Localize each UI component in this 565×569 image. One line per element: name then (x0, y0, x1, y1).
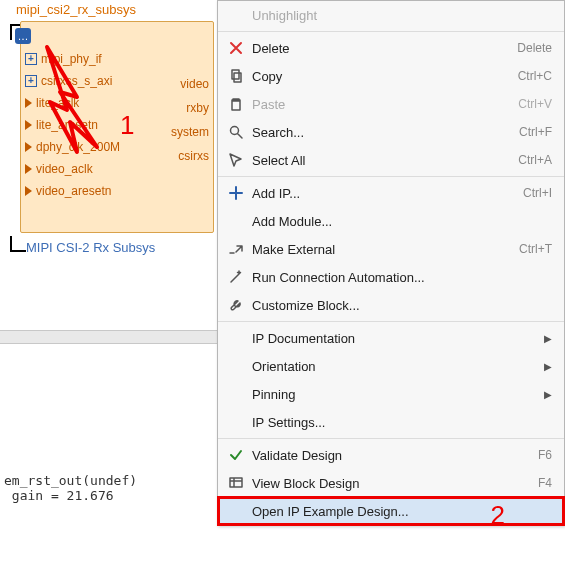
port-csirxs[interactable]: csirxs (171, 149, 209, 163)
menu-label: Paste (248, 97, 518, 112)
menu-item-unhighlight: Unhighlight (218, 1, 564, 29)
ext-icon (224, 241, 248, 257)
code-output: em_rst_out(undef) gain = 21.676 (4, 473, 137, 518)
menu-item-make-external[interactable]: Make ExternalCtrl+T (218, 235, 564, 263)
menu-item-validate-design[interactable]: Validate DesignF6 (218, 441, 564, 469)
menu-shortcut: Ctrl+C (518, 69, 552, 83)
expand-icon[interactable]: + (25, 75, 37, 87)
port-label: video_aclk (36, 162, 93, 176)
context-menu: UnhighlightDeleteDeleteCopyCtrl+CPasteCt… (217, 0, 565, 526)
menu-label: Add IP... (248, 186, 523, 201)
menu-label: Pinning (248, 387, 544, 402)
input-port-icon (25, 164, 32, 174)
menu-label: IP Documentation (248, 331, 544, 346)
menu-shortcut: Ctrl+T (519, 242, 552, 256)
port-video_aresetn[interactable]: video_aresetn (25, 184, 120, 198)
menu-item-orientation[interactable]: Orientation▶ (218, 352, 564, 380)
submenu-arrow-icon: ▶ (544, 361, 552, 372)
port-lite_aclk[interactable]: lite_aclk (25, 96, 120, 110)
input-port-icon (25, 142, 32, 152)
annotation-number-2: 2 (491, 500, 505, 531)
menu-item-customize-block[interactable]: Customize Block... (218, 291, 564, 319)
port-label: csirxss_s_axi (41, 74, 112, 88)
panel-divider[interactable] (0, 330, 218, 344)
search-icon (224, 124, 248, 140)
select-icon (224, 152, 248, 168)
port-csirxss_s_axi[interactable]: +csirxss_s_axi (25, 74, 120, 88)
menu-item-add-module[interactable]: Add Module... (218, 207, 564, 235)
check-icon (224, 447, 248, 463)
view-icon (224, 475, 248, 491)
paste-icon (224, 96, 248, 112)
menu-shortcut: Delete (517, 41, 552, 55)
submenu-arrow-icon: ▶ (544, 333, 552, 344)
menu-shortcut: F6 (538, 448, 552, 462)
port-label: video_aresetn (36, 184, 111, 198)
port-video_aclk[interactable]: video_aclk (25, 162, 120, 176)
menu-item-open-ip-example-design[interactable]: Open IP Example Design... (218, 497, 564, 525)
ip-block[interactable]: … +mipi_phy_if+csirxss_s_axilite_aclklit… (20, 21, 214, 233)
port-video[interactable]: video (171, 77, 209, 91)
selection-corner (10, 236, 26, 252)
port-dphy_clk_200M[interactable]: dphy_clk_200M (25, 140, 120, 154)
ip-block-area: mipi_csi2_rx_subsys … +mipi_phy_if+csirx… (8, 0, 218, 235)
port-mipi_phy_if[interactable]: +mipi_phy_if (25, 52, 120, 66)
menu-shortcut: Ctrl+A (518, 153, 552, 167)
menu-label: Select All (248, 153, 518, 168)
wrench-icon (224, 297, 248, 313)
menu-item-add-ip[interactable]: Add IP...Ctrl+I (218, 179, 564, 207)
input-port-icon (25, 98, 32, 108)
copy-icon (224, 68, 248, 84)
menu-label: Unhighlight (248, 8, 552, 23)
menu-separator (218, 31, 564, 32)
block-type-label: MIPI CSI-2 Rx Subsys (26, 240, 155, 255)
submenu-arrow-icon: ▶ (544, 389, 552, 400)
port-lite_aresetn[interactable]: lite_aresetn (25, 118, 120, 132)
menu-label: Run Connection Automation... (248, 270, 552, 285)
menu-label: Customize Block... (248, 298, 552, 313)
menu-label: Add Module... (248, 214, 552, 229)
menu-label: View Block Design (248, 476, 538, 491)
plus-icon (224, 185, 248, 201)
x-icon (224, 40, 248, 56)
menu-shortcut: Ctrl+I (523, 186, 552, 200)
port-label: lite_aclk (36, 96, 79, 110)
port-label: mipi_phy_if (41, 52, 102, 66)
menu-item-ip-settings[interactable]: IP Settings... (218, 408, 564, 436)
port-label: dphy_clk_200M (36, 140, 120, 154)
menu-label: Make External (248, 242, 519, 257)
port-rxby[interactable]: rxby (171, 101, 209, 115)
menu-item-select-all[interactable]: Select AllCtrl+A (218, 146, 564, 174)
menu-item-run-connection-automation[interactable]: Run Connection Automation... (218, 263, 564, 291)
menu-item-delete[interactable]: DeleteDelete (218, 34, 564, 62)
menu-item-copy[interactable]: CopyCtrl+C (218, 62, 564, 90)
annotation-number-1: 1 (120, 110, 134, 141)
input-port-icon (25, 186, 32, 196)
menu-label: Search... (248, 125, 519, 140)
block-title: mipi_csi2_rx_subsys (8, 0, 218, 19)
menu-label: Validate Design (248, 448, 538, 463)
menu-item-pinning[interactable]: Pinning▶ (218, 380, 564, 408)
menu-shortcut: F4 (538, 476, 552, 490)
menu-separator (218, 438, 564, 439)
menu-shortcut: Ctrl+V (518, 97, 552, 111)
menu-badge-icon[interactable]: … (15, 28, 31, 44)
port-label: lite_aresetn (36, 118, 98, 132)
wand-icon (224, 269, 248, 285)
menu-separator (218, 321, 564, 322)
menu-label: Copy (248, 69, 518, 84)
menu-label: Delete (248, 41, 517, 56)
menu-label: IP Settings... (248, 415, 552, 430)
menu-item-paste: PasteCtrl+V (218, 90, 564, 118)
expand-icon[interactable]: + (25, 53, 37, 65)
port-system[interactable]: system (171, 125, 209, 139)
menu-item-ip-documentation[interactable]: IP Documentation▶ (218, 324, 564, 352)
menu-label: Orientation (248, 359, 544, 374)
menu-separator (218, 176, 564, 177)
menu-item-view-block-design[interactable]: View Block DesignF4 (218, 469, 564, 497)
ports-right: videorxbysystemcsirxs (171, 77, 209, 163)
menu-item-search[interactable]: Search...Ctrl+F (218, 118, 564, 146)
menu-shortcut: Ctrl+F (519, 125, 552, 139)
menu-label: Open IP Example Design... (248, 504, 552, 519)
input-port-icon (25, 120, 32, 130)
